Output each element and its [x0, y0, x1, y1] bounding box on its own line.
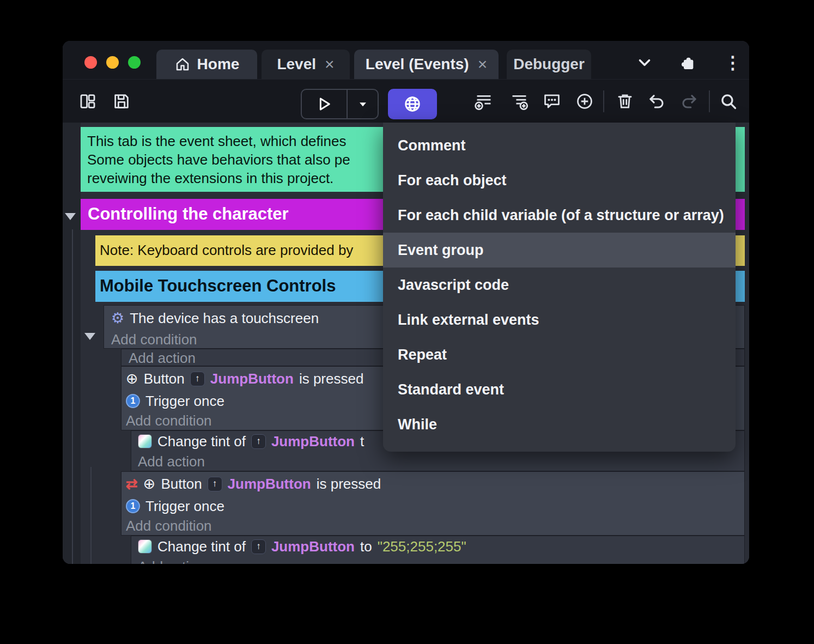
menu-item-javascript-code[interactable]: Javascript code — [383, 268, 736, 302]
add-comment-button[interactable] — [541, 90, 563, 112]
jumpbutton-name: JumpButton — [210, 370, 294, 387]
action-row-change-tint[interactable]: Change tint of ↑ JumpButton to "255;255;… — [131, 536, 744, 557]
button-object-icon: ⊕ — [126, 372, 138, 386]
undo-icon — [647, 92, 666, 111]
condition-suffix: is pressed — [317, 476, 381, 493]
zoom-window-button[interactable] — [128, 56, 141, 69]
menu-item-link-external-events[interactable]: Link external events — [383, 302, 736, 337]
search-button[interactable] — [718, 90, 739, 112]
menu-item-event-group[interactable]: Event group — [383, 233, 736, 268]
tab-level-label: Level — [277, 56, 316, 73]
tab-home[interactable]: Home — [156, 50, 257, 79]
main-menu-button[interactable]: ⋮ — [720, 52, 746, 74]
tab-close-icon[interactable]: × — [478, 56, 488, 72]
toggle-panels-button[interactable] — [77, 90, 99, 112]
add-subevent-button[interactable] — [508, 90, 530, 112]
toolbar-divider — [709, 90, 710, 112]
caret-down-icon — [356, 97, 370, 111]
globe-icon — [403, 94, 422, 114]
add-action-link[interactable]: Add action — [131, 557, 744, 564]
indent-guide — [90, 467, 92, 564]
condition-text: The device has a touchscreen — [130, 310, 319, 327]
delete-button[interactable] — [614, 90, 636, 112]
toolbar — [63, 79, 749, 123]
tint-icon — [138, 434, 152, 448]
toolbar-divider — [603, 90, 604, 112]
minimize-window-button[interactable] — [106, 56, 119, 69]
play-icon — [315, 95, 333, 113]
add-event-icon — [474, 92, 494, 111]
add-action-link[interactable]: Add action — [131, 452, 744, 472]
trash-icon — [615, 92, 635, 111]
action-text: Change tint of — [157, 433, 246, 450]
jumpbutton-name: JumpButton — [228, 476, 311, 493]
preview-button[interactable] — [302, 90, 348, 118]
tabs-overflow-button[interactable] — [631, 52, 658, 74]
condition-suffix: is pressed — [299, 370, 364, 387]
object-name: Button — [144, 370, 185, 387]
menu-item-comment[interactable]: Comment — [383, 128, 736, 163]
indent-guide — [72, 229, 73, 564]
desktop: Home Level × Level (Events) × Debugger — [0, 0, 814, 644]
tab-level-events[interactable]: Level (Events) × — [354, 50, 499, 79]
jumpbutton-name: JumpButton — [271, 538, 355, 555]
layout-panels-icon — [78, 92, 97, 111]
action-text: to — [360, 538, 372, 555]
jumpbutton-icon: ↑ — [190, 372, 205, 386]
plus-circle-icon — [575, 92, 594, 111]
tab-close-icon[interactable]: × — [325, 56, 335, 72]
button-object-icon: ⊕ — [143, 477, 156, 491]
system-gear-icon: ⚙ — [111, 311, 124, 326]
redo-button[interactable] — [678, 90, 700, 112]
tab-debugger[interactable]: Debugger — [507, 50, 591, 79]
add-other-button[interactable] — [574, 90, 596, 112]
tab-debugger-label: Debugger — [513, 56, 585, 73]
up-arrow-glyph: ↑ — [195, 373, 200, 384]
condition-text: Trigger once — [145, 498, 224, 515]
undo-button[interactable] — [646, 90, 667, 112]
collapse-arrow-icon[interactable] — [65, 213, 76, 220]
menu-item-standard-event[interactable]: Standard event — [383, 372, 736, 407]
tab-level-events-label: Level (Events) — [366, 56, 469, 73]
home-icon — [174, 56, 191, 72]
action-text: Change tint of — [157, 538, 246, 555]
addons-button[interactable] — [675, 52, 701, 74]
tint-value: "255;255;255" — [378, 538, 466, 555]
redo-icon — [679, 92, 699, 111]
condition-text: Trigger once — [145, 393, 224, 410]
up-arrow-glyph: ↑ — [256, 436, 261, 447]
save-floppy-icon — [112, 92, 131, 111]
jumpbutton-icon: ↑ — [251, 539, 266, 554]
condition-row-button-pressed[interactable]: ⇄ ⊕ Button ↑ JumpButton is pressed — [122, 472, 744, 496]
menu-item-repeat[interactable]: Repeat — [383, 337, 736, 372]
menu-item-for-each-child-variable[interactable]: For each child variable (of a structure … — [383, 198, 736, 233]
app-window: Home Level × Level (Events) × Debugger — [63, 41, 749, 564]
jumpbutton-icon: ↑ — [251, 434, 266, 449]
titlebar: Home Level × Level (Events) × Debugger — [63, 41, 749, 79]
add-condition-link[interactable]: Add condition — [122, 517, 744, 535]
puzzle-icon — [679, 54, 697, 71]
jumpbutton-name: JumpButton — [271, 433, 355, 450]
add-global-event-button[interactable] — [388, 89, 437, 119]
save-button[interactable] — [111, 90, 132, 112]
condition-row-trigger-once[interactable]: 1 Trigger once — [122, 496, 744, 517]
collapse-arrow-icon[interactable] — [84, 333, 95, 340]
kebab-menu-icon: ⋮ — [724, 52, 742, 73]
add-event-context-menu: Comment For each object For each child v… — [383, 123, 736, 452]
preview-options-button[interactable] — [348, 90, 378, 118]
tint-icon — [138, 539, 152, 554]
menu-item-while[interactable]: While — [383, 407, 736, 442]
menu-item-for-each-object[interactable]: For each object — [383, 163, 736, 198]
up-arrow-glyph: ↑ — [256, 541, 261, 552]
add-subevent-icon — [509, 92, 529, 111]
tab-home-label: Home — [197, 56, 240, 73]
jumpbutton-icon: ↑ — [208, 477, 222, 491]
tab-level[interactable]: Level × — [262, 50, 350, 79]
comment-bubble-icon — [542, 92, 562, 111]
action-text-partial: t — [360, 433, 364, 450]
red-arrows-icon: ⇄ — [126, 477, 138, 491]
up-arrow-glyph: ↑ — [212, 478, 217, 489]
add-event-button[interactable] — [473, 90, 495, 112]
close-window-button[interactable] — [84, 56, 97, 69]
event-block-jumpbutton-pressed: ⇄ ⊕ Button ↑ JumpButton is pressed 1 Tri… — [121, 471, 745, 536]
